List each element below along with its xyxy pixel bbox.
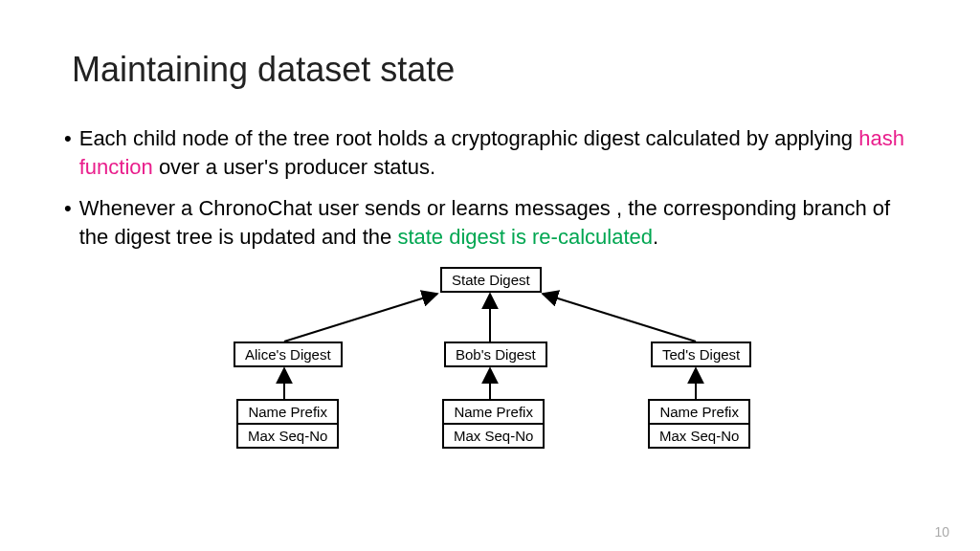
- leaf-max-seq: Max Seq-No: [648, 425, 750, 449]
- root-node: State Digest: [440, 267, 542, 293]
- bullet-list: • Each child node of the tree root holds…: [62, 124, 918, 252]
- svg-line-0: [284, 294, 437, 342]
- text-segment: Each child node of the tree root holds a…: [79, 126, 859, 150]
- slide-title: Maintaining dataset state: [72, 50, 918, 90]
- leaf-stack-ted: Name Prefix Max Seq-No: [648, 399, 750, 449]
- leaf-name-prefix: Name Prefix: [236, 399, 339, 425]
- text-segment: .: [653, 225, 658, 249]
- child-node-ted: Ted's Digest: [651, 342, 751, 367]
- bullet-item: • Each child node of the tree root holds…: [62, 124, 918, 181]
- highlight-green: state digest is re-calculated: [397, 225, 653, 249]
- leaf-stack-bob: Name Prefix Max Seq-No: [442, 399, 545, 449]
- bullet-text: Each child node of the tree root holds a…: [79, 124, 918, 181]
- bullet-item: • Whenever a ChronoChat user sends or le…: [62, 194, 918, 251]
- leaf-name-prefix: Name Prefix: [442, 399, 545, 425]
- text-segment: over a user's producer status.: [153, 155, 435, 179]
- leaf-name-prefix: Name Prefix: [648, 399, 750, 425]
- leaf-max-seq: Max Seq-No: [442, 425, 545, 449]
- digest-tree-diagram: State Digest Alice's Digest Bob's Digest…: [184, 265, 796, 466]
- leaf-stack-alice: Name Prefix Max Seq-No: [236, 399, 339, 449]
- child-node-bob: Bob's Digest: [444, 342, 547, 367]
- bullet-text: Whenever a ChronoChat user sends or lear…: [79, 194, 918, 251]
- bullet-marker: •: [64, 124, 72, 181]
- page-number: 10: [934, 524, 949, 540]
- bullet-marker: •: [64, 194, 72, 251]
- svg-line-2: [543, 294, 696, 342]
- leaf-max-seq: Max Seq-No: [236, 425, 339, 449]
- child-node-alice: Alice's Digest: [234, 342, 343, 367]
